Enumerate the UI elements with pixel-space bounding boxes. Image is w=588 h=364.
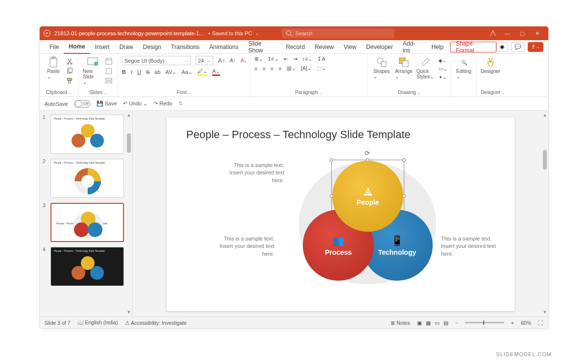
shapes-icon (376, 57, 387, 68)
slideshow-view-button[interactable]: ▤ (443, 320, 448, 326)
thumbnail-pane[interactable]: 1 People – Process – Technology Slide Te… (40, 111, 133, 316)
font-family-select[interactable]: Segoe UI (Body)⌄ (122, 56, 191, 65)
titlebar: P 21812-01-people-process-technology-pow… (40, 26, 548, 40)
zoom-in-button[interactable]: + (511, 320, 514, 326)
maximize-button[interactable]: ▢ (515, 26, 530, 40)
indent-inc-button[interactable]: ⇥ (293, 56, 297, 62)
account-icon[interactable] (486, 26, 500, 40)
shape-effects-icon[interactable]: ✦⌄ (439, 74, 447, 80)
autosave-toggle[interactable]: Off (74, 100, 91, 108)
shape-fill-icon[interactable]: ◆⌄ (439, 58, 447, 63)
minimize-button[interactable]: — (500, 26, 515, 40)
zoom-out-button[interactable]: − (455, 320, 458, 326)
tab-addins[interactable]: Add-ins (398, 40, 426, 54)
new-slide-button[interactable]: + New Slide⌄ (83, 56, 102, 85)
tab-record[interactable]: Record (281, 40, 310, 54)
record-button[interactable]: ◉ (496, 42, 508, 52)
sorter-view-button[interactable]: ▦ (426, 320, 431, 326)
tab-view[interactable]: View (339, 40, 362, 54)
tab-draw[interactable]: Draw (115, 40, 138, 54)
layout-icon[interactable] (105, 58, 112, 65)
accessibility-status[interactable]: ⚠ Accessibility: Investigate (125, 320, 187, 326)
slide-canvas[interactable]: People – Process – Technology Slide Temp… (133, 111, 548, 316)
tab-home[interactable]: Home (64, 40, 90, 54)
language-status[interactable]: 📖 English (India) (77, 319, 118, 326)
align-right-button[interactable]: ≡ (270, 66, 273, 72)
align-text-button[interactable]: [A]⌄ (301, 65, 312, 72)
tab-transitions[interactable]: Transitions (166, 40, 204, 54)
bold-button[interactable]: B (122, 69, 126, 75)
shadow-button[interactable]: ab (154, 69, 160, 75)
reading-view-button[interactable]: ▭ (435, 320, 440, 326)
comments-button[interactable]: 💬 (511, 42, 525, 52)
rotate-handle-icon[interactable]: ⟳ (365, 149, 371, 156)
strike-button[interactable]: S (146, 69, 149, 75)
shapes-button[interactable]: Shapes⌄ (372, 56, 391, 79)
text-direction-button[interactable]: ↧A (317, 56, 325, 62)
format-painter-icon[interactable] (66, 77, 73, 84)
indent-dec-button[interactable]: ⇤ (284, 56, 288, 62)
numbering-button[interactable]: 1≡⌄ (268, 56, 279, 62)
tab-shape-format[interactable]: Shape Format (450, 42, 496, 52)
reset-icon[interactable] (105, 68, 112, 74)
find-icon: 🔍 (459, 57, 469, 68)
share-button[interactable]: ⇪ ⌄ (528, 42, 543, 52)
bullets-button[interactable]: ≣⌄ (254, 56, 263, 62)
smartart-button[interactable]: ⬚⌄ (317, 65, 326, 72)
normal-view-button[interactable]: ▣ (417, 320, 422, 326)
zoom-level[interactable]: 60% (521, 320, 531, 326)
copy-icon[interactable] (66, 68, 73, 74)
redo-button[interactable]: ↷ Redo (153, 100, 172, 107)
columns-button[interactable]: ▥⌄ (287, 65, 296, 72)
italic-button[interactable]: I (131, 69, 132, 75)
undo-button[interactable]: ↶ Undo ⌄ (123, 100, 147, 107)
thumb-scrollbar[interactable]: ▲▼ (125, 111, 132, 316)
tab-developer[interactable]: Developer (361, 40, 398, 54)
save-button[interactable]: 💾 Save (97, 100, 117, 107)
highlight-button[interactable]: 🖊⌄ (197, 68, 207, 76)
shape-outline-icon[interactable]: ▭⌄ (439, 66, 447, 72)
circle-people[interactable]: People (332, 161, 403, 232)
underline-button[interactable]: U (137, 69, 141, 75)
case-button[interactable]: Aa⌄ (181, 69, 192, 75)
thumbnail-2[interactable]: 2 People – Process – Technology Slide Te… (43, 159, 129, 198)
spacing-button[interactable]: AV⌄ (166, 69, 177, 75)
slide-counter[interactable]: Slide 3 of 7 (45, 320, 71, 326)
canvas-scrollbar[interactable]: ▲▼ (541, 111, 548, 316)
shrink-font-icon[interactable]: A↓ (230, 58, 236, 63)
close-button[interactable]: ✕ (530, 26, 544, 40)
tab-slideshow[interactable]: Slide Show (244, 40, 281, 54)
justify-button[interactable]: ≡ (278, 66, 281, 72)
thumbnail-3[interactable]: 3 People – Process – Technology Slide Te… (43, 203, 129, 242)
grow-font-icon[interactable]: A↑ (218, 57, 225, 64)
notes-button[interactable]: ≣ Notes (391, 320, 410, 326)
align-center-button[interactable]: ≡ (262, 66, 265, 72)
tab-help[interactable]: Help (426, 40, 448, 54)
search-input[interactable]: Search (282, 28, 394, 38)
tab-review[interactable]: Review (310, 40, 339, 54)
fit-button[interactable]: ⛶ (538, 320, 543, 326)
thumbnail-4[interactable]: 4 People – Process – Technology Slide Te… (43, 247, 129, 286)
title-chevron-icon[interactable]: ⌄ (255, 31, 259, 36)
tab-design[interactable]: Design (138, 40, 166, 54)
paste-button[interactable]: Paste⌄ (44, 56, 63, 79)
font-size-select[interactable]: 24⌄ (196, 56, 213, 65)
clear-format-icon[interactable]: Aₓ (241, 57, 246, 64)
search-icon (286, 30, 293, 37)
editing-button[interactable]: 🔍Editing⌄ (455, 56, 472, 79)
align-left-button[interactable]: ≡ (254, 66, 257, 72)
line-spacing-button[interactable]: ↕≡⌄ (302, 56, 313, 62)
section-icon[interactable] (105, 77, 112, 84)
thumbnail-1[interactable]: 1 People – Process – Technology Slide Te… (43, 115, 129, 154)
qat-overflow[interactable]: ⇅ (178, 100, 183, 107)
svg-rect-17 (106, 81, 112, 83)
designer-button[interactable]: Designer (481, 56, 500, 74)
tab-file[interactable]: File (45, 40, 64, 54)
arrange-button[interactable]: Arrange⌄ (394, 56, 413, 79)
cut-icon[interactable] (66, 58, 73, 65)
tab-animations[interactable]: Animations (204, 40, 243, 54)
font-color-button[interactable]: A⌄ (212, 68, 220, 76)
tab-insert[interactable]: Insert (90, 40, 115, 54)
quick-styles-button[interactable]: Quick Styles⌄ (416, 56, 436, 79)
zoom-slider[interactable] (465, 322, 504, 323)
